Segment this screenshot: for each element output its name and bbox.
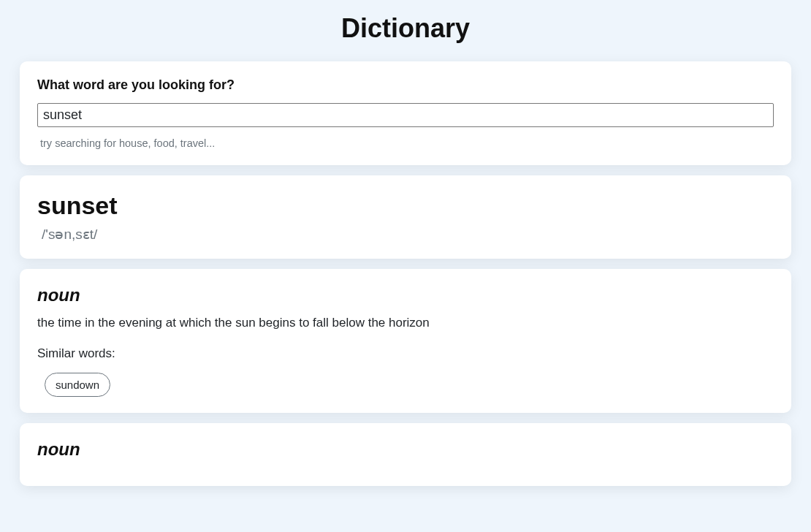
search-label: What word are you looking for? <box>37 77 774 93</box>
search-input[interactable] <box>37 103 774 127</box>
page-title: Dictionary <box>0 0 811 61</box>
search-card: What word are you looking for? try searc… <box>20 61 791 165</box>
search-hint: try searching for house, food, travel... <box>40 137 774 149</box>
word-card: sunset /'sən,sɛt/ <box>20 175 791 259</box>
part-of-speech: noun <box>37 439 774 460</box>
part-of-speech: noun <box>37 285 774 305</box>
word-title: sunset <box>37 191 774 220</box>
phonetic-text: /'sən,sɛt/ <box>42 226 774 243</box>
similar-words-label: Similar words: <box>37 346 774 361</box>
similar-word-chip: sundown <box>45 373 110 397</box>
definition-text: the time in the evening at which the sun… <box>37 316 774 330</box>
meaning-card: noun <box>20 423 791 486</box>
similar-words-list: sundown <box>45 373 774 397</box>
meaning-card: noun the time in the evening at which th… <box>20 269 791 413</box>
